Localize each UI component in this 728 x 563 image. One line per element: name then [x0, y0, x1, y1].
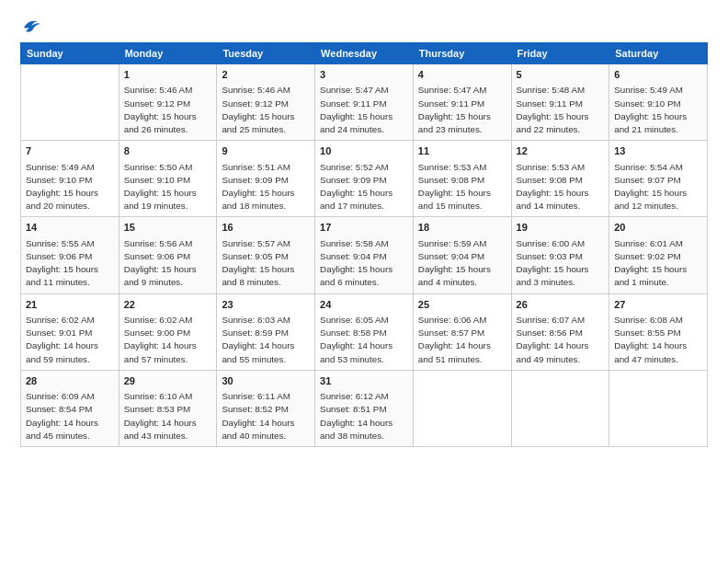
days-header-row: SundayMondayTuesdayWednesdayThursdayFrid…: [21, 43, 708, 64]
day-info: Sunrise: 6:00 AM Sunset: 9:03 PM Dayligh…: [517, 237, 605, 290]
logo-bird-icon: [22, 17, 42, 33]
day-header-thursday: Thursday: [413, 43, 511, 64]
day-info: Sunrise: 6:05 AM Sunset: 8:58 PM Dayligh…: [320, 314, 408, 366]
day-info: Sunrise: 6:08 AM Sunset: 8:55 PM Dayligh…: [614, 314, 702, 366]
day-info: Sunrise: 5:46 AM Sunset: 9:12 PM Dayligh…: [124, 84, 212, 136]
day-number: 6: [614, 68, 702, 82]
day-number: 25: [418, 298, 506, 312]
day-number: 13: [614, 144, 702, 158]
calendar-cell: 27Sunrise: 6:08 AM Sunset: 8:55 PM Dayli…: [609, 293, 708, 370]
calendar-cell: 3Sunrise: 5:47 AM Sunset: 9:11 PM Daylig…: [315, 64, 414, 141]
day-info: Sunrise: 5:58 AM Sunset: 9:04 PM Dayligh…: [320, 237, 408, 290]
calendar-cell: 11Sunrise: 5:53 AM Sunset: 9:08 PM Dayli…: [413, 141, 511, 217]
day-info: Sunrise: 6:03 AM Sunset: 8:59 PM Dayligh…: [222, 314, 310, 366]
calendar-cell: 21Sunrise: 6:02 AM Sunset: 9:01 PM Dayli…: [21, 293, 119, 370]
day-info: Sunrise: 6:02 AM Sunset: 9:01 PM Dayligh…: [26, 314, 114, 366]
day-number: 15: [124, 221, 212, 235]
calendar-cell: 2Sunrise: 5:46 AM Sunset: 9:12 PM Daylig…: [217, 64, 315, 141]
calendar-cell: 6Sunrise: 5:49 AM Sunset: 9:10 PM Daylig…: [609, 64, 708, 141]
calendar-cell: 4Sunrise: 5:47 AM Sunset: 9:11 PM Daylig…: [413, 64, 511, 141]
day-info: Sunrise: 5:57 AM Sunset: 9:05 PM Dayligh…: [222, 237, 310, 290]
week-row-1: 1Sunrise: 5:46 AM Sunset: 9:12 PM Daylig…: [21, 64, 708, 141]
calendar-cell: 12Sunrise: 5:53 AM Sunset: 9:08 PM Dayli…: [511, 141, 609, 217]
calendar-table: SundayMondayTuesdayWednesdayThursdayFrid…: [20, 42, 708, 447]
day-number: 31: [320, 374, 408, 388]
day-info: Sunrise: 6:02 AM Sunset: 9:00 PM Dayligh…: [124, 314, 212, 366]
calendar-cell: 8Sunrise: 5:50 AM Sunset: 9:10 PM Daylig…: [119, 141, 217, 217]
day-info: Sunrise: 5:50 AM Sunset: 9:10 PM Dayligh…: [124, 161, 212, 213]
day-number: 14: [26, 221, 114, 235]
day-info: Sunrise: 5:53 AM Sunset: 9:08 PM Dayligh…: [517, 161, 605, 213]
day-number: 11: [418, 144, 506, 158]
day-number: 30: [222, 374, 310, 388]
day-info: Sunrise: 5:51 AM Sunset: 9:09 PM Dayligh…: [222, 161, 310, 213]
calendar-cell: 15Sunrise: 5:56 AM Sunset: 9:06 PM Dayli…: [119, 217, 217, 293]
day-info: Sunrise: 5:59 AM Sunset: 9:04 PM Dayligh…: [418, 237, 506, 290]
calendar-cell: 18Sunrise: 5:59 AM Sunset: 9:04 PM Dayli…: [413, 217, 511, 293]
day-header-wednesday: Wednesday: [315, 43, 414, 64]
day-info: Sunrise: 5:49 AM Sunset: 9:10 PM Dayligh…: [26, 161, 114, 213]
day-header-saturday: Saturday: [609, 43, 708, 64]
day-number: 10: [320, 144, 408, 158]
day-number: 7: [26, 144, 114, 158]
header: [20, 17, 708, 33]
day-number: 20: [614, 221, 702, 235]
calendar-cell: [511, 370, 609, 446]
logo-area: [20, 17, 44, 33]
day-number: 5: [517, 68, 605, 82]
day-header-tuesday: Tuesday: [217, 43, 315, 64]
calendar-cell: 24Sunrise: 6:05 AM Sunset: 8:58 PM Dayli…: [315, 293, 414, 370]
day-info: Sunrise: 6:09 AM Sunset: 8:54 PM Dayligh…: [26, 390, 114, 442]
day-number: 18: [418, 221, 506, 235]
day-header-monday: Monday: [119, 43, 217, 64]
calendar-cell: 17Sunrise: 5:58 AM Sunset: 9:04 PM Dayli…: [315, 217, 414, 293]
calendar-cell: 30Sunrise: 6:11 AM Sunset: 8:52 PM Dayli…: [217, 370, 315, 446]
day-number: 9: [222, 144, 310, 158]
calendar-cell: [609, 370, 708, 446]
day-info: Sunrise: 5:47 AM Sunset: 9:11 PM Dayligh…: [418, 84, 506, 136]
day-info: Sunrise: 5:53 AM Sunset: 9:08 PM Dayligh…: [418, 161, 506, 213]
day-number: 12: [517, 144, 605, 158]
day-info: Sunrise: 5:52 AM Sunset: 9:09 PM Dayligh…: [320, 161, 408, 213]
calendar-cell: 25Sunrise: 6:06 AM Sunset: 8:57 PM Dayli…: [413, 293, 511, 370]
day-info: Sunrise: 5:55 AM Sunset: 9:06 PM Dayligh…: [26, 237, 114, 290]
calendar-cell: 7Sunrise: 5:49 AM Sunset: 9:10 PM Daylig…: [21, 141, 119, 217]
calendar-cell: 14Sunrise: 5:55 AM Sunset: 9:06 PM Dayli…: [21, 217, 119, 293]
day-number: 22: [124, 298, 212, 312]
day-info: Sunrise: 5:49 AM Sunset: 9:10 PM Dayligh…: [614, 84, 702, 136]
calendar-cell: 5Sunrise: 5:48 AM Sunset: 9:11 PM Daylig…: [511, 64, 609, 141]
day-header-friday: Friday: [511, 43, 609, 64]
day-number: 29: [124, 374, 212, 388]
page: SundayMondayTuesdayWednesdayThursdayFrid…: [0, 0, 728, 458]
calendar-cell: 16Sunrise: 5:57 AM Sunset: 9:05 PM Dayli…: [217, 217, 315, 293]
day-info: Sunrise: 5:54 AM Sunset: 9:07 PM Dayligh…: [614, 161, 702, 213]
calendar-cell: 22Sunrise: 6:02 AM Sunset: 9:00 PM Dayli…: [119, 293, 217, 370]
calendar-cell: 29Sunrise: 6:10 AM Sunset: 8:53 PM Dayli…: [119, 370, 217, 446]
calendar-cell: [21, 64, 119, 141]
day-info: Sunrise: 5:47 AM Sunset: 9:11 PM Dayligh…: [320, 84, 408, 136]
day-number: 28: [26, 374, 114, 388]
day-info: Sunrise: 5:56 AM Sunset: 9:06 PM Dayligh…: [124, 237, 212, 290]
day-number: 21: [26, 298, 114, 312]
calendar-cell: 9Sunrise: 5:51 AM Sunset: 9:09 PM Daylig…: [217, 141, 315, 217]
day-info: Sunrise: 6:10 AM Sunset: 8:53 PM Dayligh…: [124, 390, 212, 442]
day-number: 17: [320, 221, 408, 235]
calendar-cell: 10Sunrise: 5:52 AM Sunset: 9:09 PM Dayli…: [315, 141, 414, 217]
day-number: 1: [124, 68, 212, 82]
calendar-cell: [413, 370, 511, 446]
calendar-cell: 1Sunrise: 5:46 AM Sunset: 9:12 PM Daylig…: [119, 64, 217, 141]
day-number: 4: [418, 68, 506, 82]
week-row-3: 14Sunrise: 5:55 AM Sunset: 9:06 PM Dayli…: [21, 217, 708, 293]
day-info: Sunrise: 6:06 AM Sunset: 8:57 PM Dayligh…: [418, 314, 506, 366]
week-row-4: 21Sunrise: 6:02 AM Sunset: 9:01 PM Dayli…: [21, 293, 708, 370]
calendar-cell: 20Sunrise: 6:01 AM Sunset: 9:02 PM Dayli…: [609, 217, 708, 293]
calendar-cell: 28Sunrise: 6:09 AM Sunset: 8:54 PM Dayli…: [21, 370, 119, 446]
day-info: Sunrise: 6:11 AM Sunset: 8:52 PM Dayligh…: [222, 390, 310, 442]
calendar-cell: 13Sunrise: 5:54 AM Sunset: 9:07 PM Dayli…: [609, 141, 708, 217]
calendar-cell: 31Sunrise: 6:12 AM Sunset: 8:51 PM Dayli…: [315, 370, 414, 446]
calendar-cell: 23Sunrise: 6:03 AM Sunset: 8:59 PM Dayli…: [217, 293, 315, 370]
day-header-sunday: Sunday: [21, 43, 119, 64]
day-info: Sunrise: 5:48 AM Sunset: 9:11 PM Dayligh…: [517, 84, 605, 136]
day-info: Sunrise: 6:01 AM Sunset: 9:02 PM Dayligh…: [614, 237, 702, 290]
day-info: Sunrise: 6:12 AM Sunset: 8:51 PM Dayligh…: [320, 390, 408, 442]
